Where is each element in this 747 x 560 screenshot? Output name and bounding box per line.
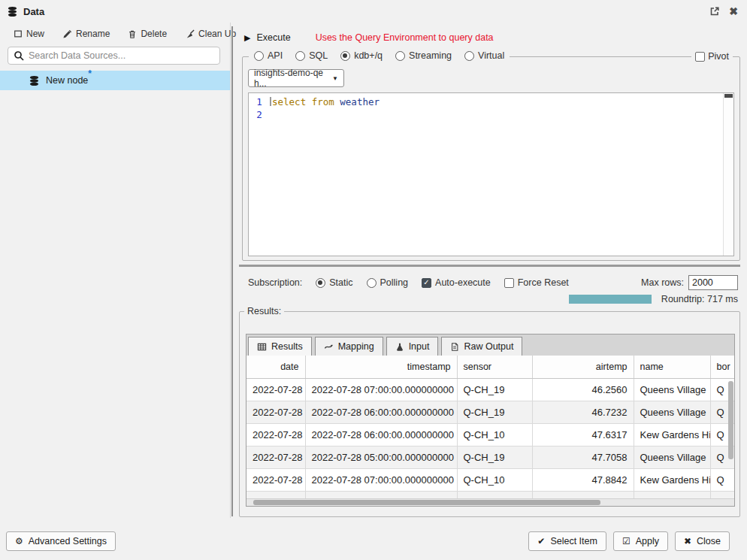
- radio-polling[interactable]: Polling: [367, 277, 409, 288]
- pivot-option[interactable]: Pivot: [691, 51, 733, 62]
- line-number-gutter: 1 2: [249, 93, 270, 256]
- query-panel: ▶ Execute Uses the Query Environment to …: [239, 23, 740, 518]
- horizontal-scrollbar[interactable]: [246, 498, 734, 506]
- table-row[interactable]: 2022-07-282022-07-28 05:00:00.000000000Q…: [246, 446, 734, 468]
- table-row[interactable]: 2022-07-282022-07-28 06:00:00.000000000Q…: [246, 401, 734, 423]
- progress-row: Roundtrip: 717 ms: [239, 294, 740, 304]
- dialog-title: Data: [23, 6, 44, 17]
- column-header[interactable]: bor: [710, 356, 734, 378]
- line-number: 2: [249, 108, 270, 121]
- query-environment-notice: Uses the Query Environment to query data: [316, 32, 494, 43]
- panel-splitter[interactable]: [231, 26, 233, 516]
- table-cell: 2022-07-28: [246, 446, 305, 468]
- results-group: Results: Results Mapping Input: [239, 311, 740, 517]
- radio-sql[interactable]: SQL: [295, 50, 328, 61]
- data-sources-toolbar: New Rename Delete Clean Up: [0, 23, 230, 44]
- table-cell: 2022-07-28 06:00:00.000000000: [305, 423, 457, 446]
- rename-label: Rename: [76, 29, 110, 39]
- table-row[interactable]: 2022-07-282022-07-28 07:00:00.000000000Q…: [246, 378, 734, 401]
- new-button[interactable]: New: [14, 29, 44, 39]
- table-cell: Queens Village: [634, 401, 710, 423]
- table-cell: Q-CH_19: [457, 378, 532, 401]
- results-table: datetimestampsensorairtempnamebor 2022-0…: [246, 356, 734, 506]
- close-icon[interactable]: ✖: [729, 6, 738, 17]
- tab-raw-output[interactable]: Raw Output: [441, 337, 522, 356]
- table-cell: 2022-07-28: [246, 401, 305, 423]
- horizontal-splitter[interactable]: [239, 265, 740, 267]
- column-header[interactable]: timestamp: [305, 356, 457, 378]
- tab-input[interactable]: Input: [386, 337, 439, 356]
- apply-label: Apply: [636, 536, 659, 546]
- clean-up-button[interactable]: Clean Up: [185, 29, 236, 39]
- force-reset-checkbox[interactable]: [504, 278, 514, 288]
- table-cell: 46.2560: [532, 378, 634, 401]
- close-button[interactable]: ✖ Close: [675, 531, 730, 551]
- subscription-row: Subscription: Static Polling ✓Auto-execu…: [239, 274, 740, 292]
- results-table-area: datetimestampsensorairtempnamebor 2022-0…: [246, 356, 734, 506]
- table-cell: 46.7232: [532, 401, 634, 423]
- vertical-scrollbar[interactable]: [728, 381, 733, 459]
- mapping-icon: [324, 342, 334, 352]
- apply-button[interactable]: ☑ Apply: [613, 531, 668, 551]
- dialog-header: Data ✖: [0, 0, 747, 23]
- column-header[interactable]: name: [634, 356, 710, 378]
- table-cell: 2022-07-28 05:00:00.000000000: [305, 446, 457, 468]
- results-legend: Results:: [244, 306, 284, 316]
- chevron-down-icon: ▼: [332, 75, 338, 82]
- document-icon: [450, 342, 459, 352]
- table-cell: 2022-07-28 07:00:00.000000000: [305, 468, 457, 491]
- auto-execute-option[interactable]: ✓Auto-execute: [422, 277, 491, 288]
- table-row[interactable]: 2022-07-282022-07-28 07:00:00.000000000Q…: [246, 468, 734, 491]
- table-cell: 2022-07-28 06:00:00.000000000: [305, 401, 457, 423]
- line-number: 1: [249, 95, 270, 108]
- editor-scrollbar[interactable]: [723, 93, 733, 256]
- delete-label: Delete: [141, 29, 167, 39]
- column-header[interactable]: sensor: [457, 356, 532, 378]
- max-rows-area: Max rows:: [641, 275, 740, 290]
- environment-dropdown[interactable]: insights-demo-qe h... ▼: [248, 69, 344, 87]
- radio-kdbq[interactable]: kdb+/q: [340, 50, 383, 61]
- column-header[interactable]: date: [246, 356, 305, 378]
- subscription-label: Subscription:: [248, 277, 302, 288]
- table-cell: 47.6317: [532, 423, 634, 446]
- delete-button[interactable]: Delete: [128, 29, 167, 39]
- radio-streaming[interactable]: Streaming: [395, 50, 452, 61]
- rename-button[interactable]: Rename: [62, 29, 110, 39]
- table-cell: 2022-07-28 07:00:00.000000000: [305, 378, 457, 401]
- tab-mapping[interactable]: Mapping: [315, 337, 383, 356]
- max-rows-input[interactable]: [688, 275, 738, 290]
- data-source-node[interactable]: New node*: [0, 71, 230, 90]
- query-type-options: API SQL kdb+/q Streaming Virtual: [249, 50, 510, 61]
- tab-results[interactable]: Results: [248, 337, 312, 356]
- column-header[interactable]: airtemp: [532, 356, 634, 378]
- popout-icon[interactable]: [709, 6, 720, 17]
- select-item-label: Select Item: [550, 536, 597, 546]
- table-cell: Kew Gardens Hil: [634, 468, 710, 491]
- results-table-body: 2022-07-282022-07-28 07:00:00.000000000Q…: [246, 378, 734, 506]
- radio-static[interactable]: Static: [316, 277, 352, 288]
- radio-api[interactable]: API: [254, 50, 283, 61]
- table-cell: Q: [710, 468, 734, 491]
- rename-icon: [62, 29, 72, 39]
- table-cell: 47.8842: [532, 468, 634, 491]
- select-item-button[interactable]: ✔ Select Item: [528, 531, 606, 551]
- table-row[interactable]: 2022-07-282022-07-28 06:00:00.000000000Q…: [246, 423, 734, 446]
- results-header-row: datetimestampsensorairtempnamebor: [246, 356, 734, 378]
- execute-button[interactable]: ▶ Execute: [239, 32, 291, 43]
- search-input[interactable]: [8, 47, 220, 65]
- table-icon: [257, 342, 267, 352]
- radio-virtual[interactable]: Virtual: [464, 50, 504, 61]
- force-reset-option[interactable]: Force Reset: [504, 277, 569, 288]
- code-editor[interactable]: 1 2 select from weather: [248, 92, 734, 256]
- advanced-settings-button[interactable]: ⚙ Advanced Settings: [6, 531, 116, 551]
- node-database-icon: [29, 75, 40, 86]
- table-cell: Q-CH_19: [457, 446, 532, 468]
- table-cell: Q-CH_10: [457, 423, 532, 446]
- data-sources-panel: New Rename Delete Clean Up: [0, 23, 231, 518]
- check-icon: ✔: [537, 537, 545, 546]
- auto-execute-checkbox[interactable]: ✓: [422, 278, 431, 288]
- search-icon: [14, 50, 24, 61]
- checkbox-check-icon: ☑: [622, 537, 631, 546]
- pivot-checkbox[interactable]: [695, 52, 705, 62]
- table-cell: Q-CH_19: [457, 401, 532, 423]
